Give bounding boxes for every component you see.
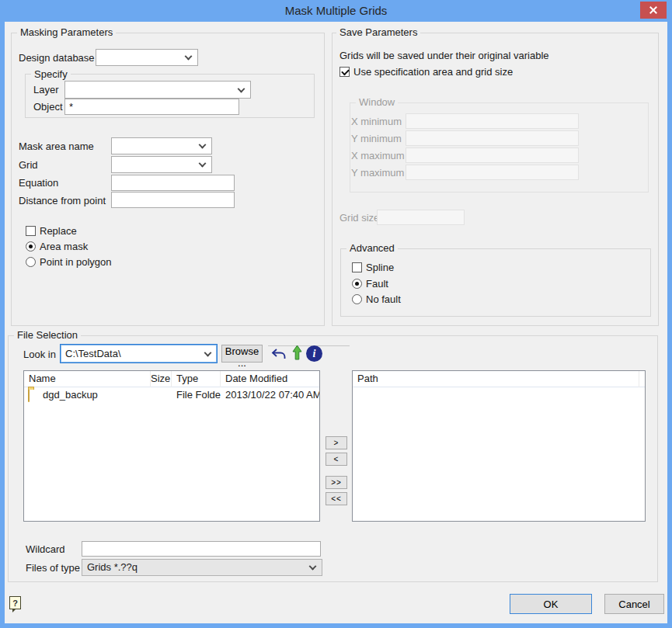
fault-radio[interactable] (352, 279, 362, 289)
save-parameters-label: Save Parameters (336, 26, 420, 38)
dialog-title: Mask Multiple Grids (0, 4, 672, 17)
close-icon (649, 5, 658, 15)
look-in-label: Look in (23, 349, 56, 360)
no-fault-label: No fault (366, 293, 401, 305)
file-list-header: Name Size Type Date Modified (24, 371, 319, 387)
distance-from-point-label: Distance from point (19, 195, 106, 206)
chevron-down-icon (309, 563, 317, 571)
design-database-label: Design database (19, 52, 95, 64)
distance-from-point-input[interactable] (111, 192, 235, 208)
layer-label: Layer (33, 84, 59, 95)
move-right-button[interactable]: > (326, 436, 347, 449)
mask-area-name-label: Mask area name (19, 141, 94, 152)
area-mask-radio[interactable] (26, 241, 36, 252)
equation-input[interactable] (111, 175, 235, 191)
x-maximum-input (406, 147, 579, 163)
file-list[interactable]: Name Size Type Date Modified dgd_backup … (23, 370, 320, 522)
file-type-cell: File Folder (172, 387, 221, 403)
move-left-button[interactable]: < (326, 453, 347, 466)
point-in-polygon-label: Point in polygon (40, 256, 112, 268)
object-input[interactable] (64, 99, 239, 115)
file-date-cell: 2013/10/22 07:40 AM (221, 387, 319, 403)
dialog-window: Mask Multiple Grids Masking Parameters D… (0, 0, 672, 628)
wildcard-label: Wildcard (26, 543, 65, 555)
files-of-type-label: Files of type (26, 562, 80, 574)
fault-label: Fault (366, 278, 388, 290)
grid-combobox[interactable] (111, 156, 212, 173)
x-minimum-label: X minimum (351, 116, 399, 127)
chevron-down-icon (204, 349, 212, 356)
info-icon[interactable]: i (306, 345, 322, 362)
x-maximum-label: X maximum (351, 150, 399, 161)
column-header-date-modified[interactable]: Date Modified (221, 371, 319, 387)
layer-combobox[interactable] (64, 81, 251, 99)
look-in-value: C:\TestData\ (65, 345, 201, 363)
use-spec-label: Use specification area and grid size (353, 66, 513, 78)
up-directory-icon[interactable] (292, 345, 302, 363)
no-fault-radio[interactable] (352, 294, 362, 304)
path-list-header: Path (353, 371, 645, 387)
move-all-left-button[interactable]: << (326, 492, 347, 505)
x-minimum-input (406, 113, 579, 129)
specify-label: Specify (31, 68, 71, 80)
y-maximum-input (406, 165, 579, 180)
design-database-combobox[interactable] (96, 49, 198, 66)
spline-checkbox[interactable] (352, 262, 362, 272)
chevron-down-icon (185, 53, 193, 61)
masking-parameters-label: Masking Parameters (17, 26, 116, 38)
look-in-combobox[interactable]: C:\TestData\ (60, 344, 218, 363)
point-in-polygon-radio[interactable] (26, 257, 36, 267)
area-mask-label: Area mask (40, 241, 88, 252)
browse-button[interactable]: Browse ... (221, 345, 263, 363)
replace-checkbox[interactable] (26, 226, 36, 236)
dialog-body: Masking Parameters Design database Speci… (5, 22, 667, 623)
replace-label: Replace (40, 225, 77, 237)
column-header-name[interactable]: Name (24, 371, 151, 387)
advanced-label: Advanced (346, 242, 398, 254)
cancel-button[interactable]: Cancel (604, 594, 664, 614)
window-group-label: Window (356, 96, 398, 108)
help-icon[interactable]: ? (9, 596, 21, 609)
file-name-cell: dgd_backup (43, 387, 151, 403)
y-minimum-label: Y minimum (351, 133, 399, 144)
files-of-type-value: Grids *.??q (87, 560, 306, 575)
grid-size-input (377, 210, 465, 225)
y-minimum-input (406, 130, 579, 146)
mask-area-name-combobox[interactable] (111, 137, 212, 154)
close-button[interactable] (640, 2, 667, 19)
column-header-spacer (639, 371, 645, 387)
file-selection-label: File Selection (14, 329, 81, 341)
grid-size-label: Grid size (339, 212, 379, 224)
equation-label: Equation (19, 177, 58, 189)
chevron-down-icon (238, 85, 245, 92)
file-list-row[interactable]: dgd_backup File Folder 2013/10/22 07:40 … (24, 387, 319, 403)
spline-label: Spline (366, 262, 394, 273)
y-maximum-label: Y maximum (351, 167, 399, 179)
chevron-down-icon (199, 141, 207, 149)
use-spec-checkbox[interactable] (339, 67, 350, 77)
column-header-path[interactable]: Path (353, 371, 639, 387)
files-of-type-combobox[interactable]: Grids *.??q (82, 559, 322, 576)
path-list[interactable]: Path (352, 370, 646, 522)
chevron-down-icon (199, 160, 207, 168)
title-bar: Mask Multiple Grids (0, 0, 672, 22)
move-all-right-button[interactable]: >> (326, 476, 347, 489)
undo-icon[interactable] (271, 349, 287, 363)
grid-label: Grid (19, 159, 38, 171)
save-note-text: Grids will be saved under their original… (339, 50, 549, 61)
toolbar-separator (268, 345, 350, 346)
column-header-size[interactable]: Size (151, 371, 172, 387)
wildcard-input[interactable] (82, 541, 321, 557)
column-header-type[interactable]: Type (172, 371, 221, 387)
folder-icon (24, 390, 43, 401)
ok-button[interactable]: OK (510, 594, 592, 614)
object-label: Object (33, 101, 63, 113)
